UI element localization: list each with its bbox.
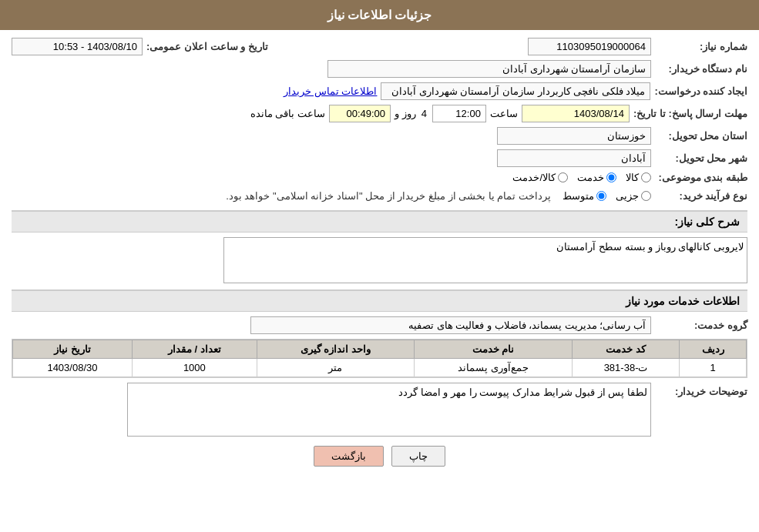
services-table-container: ردیف کد خدمت نام خدمت واحد اندازه گیری ت…: [12, 339, 747, 378]
buttons-row: چاپ بازگشت: [12, 446, 747, 467]
deadline-days-value: 4: [421, 108, 427, 119]
cell-date: 1403/08/30: [13, 359, 133, 377]
radio-jezii-input[interactable]: [641, 191, 651, 201]
col-header-unit: واحد اندازه گیری: [257, 340, 414, 359]
creator-input[interactable]: [381, 82, 650, 100]
row-reference: شماره نیاز: تاریخ و ساعت اعلان عمومی:: [12, 38, 747, 55]
deadline-remaining-label: ساعت باقی مانده: [250, 108, 325, 119]
province-label: استان محل تحویل:: [655, 130, 747, 142]
radio-motawaset: متوسط: [563, 190, 606, 202]
page-title: جزئیات اطلاعات نیاز: [327, 8, 432, 22]
print-button[interactable]: چاپ: [391, 446, 445, 467]
deadline-days-label: روز و: [395, 108, 416, 119]
description-textarea[interactable]: لایروبی کانالهای روباز و بسته سطح آرامست…: [223, 237, 747, 283]
back-button[interactable]: بازگشت: [314, 446, 384, 467]
service-group-label: گروه خدمت:: [655, 320, 747, 331]
cell-name: جمع‌آوری پسماند: [415, 359, 573, 377]
category-label: طبقه بندی موضوعی:: [655, 172, 747, 183]
services-table: ردیف کد خدمت نام خدمت واحد اندازه گیری ت…: [12, 340, 747, 377]
row-deadline: مهلت ارسال پاسخ: تا تاریخ: ساعت 4 روز و …: [12, 105, 747, 122]
deadline-time-input[interactable]: [432, 105, 486, 122]
reference-number-input[interactable]: [528, 38, 651, 55]
col-header-row: ردیف: [680, 340, 747, 359]
radio-kala-khadamat-input[interactable]: [558, 172, 568, 182]
cell-code: ت-38-381: [572, 359, 679, 377]
process-note: پرداخت تمام یا بخشی از مبلغ خریدار از مح…: [226, 188, 551, 204]
buyer-notes-label: توضیحات خریدار:: [655, 383, 747, 397]
row-city: شهر محل تحویل:: [12, 149, 747, 167]
radio-jezii: جزیی: [616, 190, 651, 202]
row-creator: ایجاد کننده درخواست: اطلاعات تماس خریدار: [12, 82, 747, 100]
process-radio-group: جزیی متوسط: [563, 190, 651, 202]
col-header-code: کد خدمت: [572, 340, 679, 359]
radio-khadamat: خدمت: [577, 172, 616, 183]
radio-jezii-label: جزیی: [616, 190, 639, 202]
creator-label: ایجاد کننده درخواست:: [654, 85, 747, 97]
page-header: جزئیات اطلاعات نیاز: [0, 0, 759, 30]
radio-kala-khadamat: کالا/خدمت: [512, 172, 568, 183]
radio-kala-khadamat-label: کالا/خدمت: [512, 172, 556, 183]
radio-khadamat-input[interactable]: [606, 172, 616, 182]
cell-unit: متر: [257, 359, 414, 377]
reference-number-label: شماره نیاز:: [655, 41, 747, 52]
radio-kala: کالا: [626, 172, 651, 183]
province-input[interactable]: [497, 127, 651, 145]
deadline-date-input[interactable]: [522, 105, 630, 122]
announce-date-input[interactable]: [12, 38, 143, 55]
row-process: نوع فرآیند خرید: جزیی متوسط پرداخت تمام …: [12, 188, 747, 204]
table-row: 1 ت-38-381 جمع‌آوری پسماند متر 1000 1403…: [13, 359, 747, 377]
contact-link[interactable]: اطلاعات تماس خریدار: [284, 85, 377, 97]
city-input[interactable]: [497, 149, 651, 167]
radio-kala-label: کالا: [626, 172, 639, 183]
col-header-name: نام خدمت: [415, 340, 573, 359]
service-group-input[interactable]: [250, 316, 651, 334]
row-description: لایروبی کانالهای روباز و بسته سطح آرامست…: [12, 237, 747, 283]
description-section-title: شرح کلی نیاز:: [12, 210, 747, 233]
city-label: شهر محل تحویل:: [655, 152, 747, 164]
buyer-org-input[interactable]: [327, 60, 651, 78]
process-label: نوع فرآیند خرید:: [655, 190, 747, 202]
row-province: استان محل تحویل:: [12, 127, 747, 145]
row-category: طبقه بندی موضوعی: کالا خدمت کالا/خدمت: [12, 172, 747, 183]
deadline-label: مهلت ارسال پاسخ: تا تاریخ:: [633, 108, 747, 119]
services-section-title: اطلاعات خدمات مورد نیاز: [12, 289, 747, 312]
cell-quantity: 1000: [132, 359, 257, 377]
category-radio-group: کالا خدمت کالا/خدمت: [512, 172, 651, 183]
radio-khadamat-label: خدمت: [577, 172, 604, 183]
deadline-remaining-input[interactable]: [329, 105, 391, 122]
deadline-time-label: ساعت: [490, 108, 518, 119]
buyer-org-label: نام دستگاه خریدار:: [655, 63, 747, 75]
col-header-qty: تعداد / مقدار: [132, 340, 257, 359]
row-buyer-notes: توضیحات خریدار: لطفا پس از قبول شرایط مد…: [12, 383, 747, 437]
row-buyer-org: نام دستگاه خریدار:: [12, 60, 747, 78]
radio-motawaset-label: متوسط: [563, 190, 594, 202]
radio-kala-input[interactable]: [641, 172, 651, 182]
row-service-group: گروه خدمت:: [12, 316, 747, 334]
buyer-notes-textarea[interactable]: لطفا پس از قبول شرایط مدارک پیوست را مهر…: [127, 383, 651, 437]
radio-motawaset-input[interactable]: [596, 191, 606, 201]
cell-row-num: 1: [680, 359, 747, 377]
col-header-date: تاریخ نیاز: [13, 340, 133, 359]
announce-date-label: تاریخ و ساعت اعلان عمومی:: [146, 41, 268, 52]
